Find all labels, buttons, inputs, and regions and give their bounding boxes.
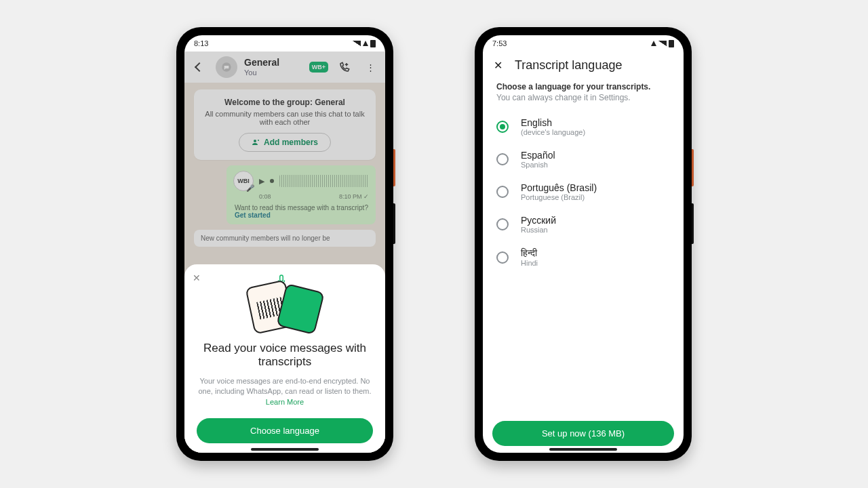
sheet-heading: Read your voice messages with transcript… [197,342,373,369]
language-option-portugues[interactable]: Português (Brasil) Portuguese (Brazil) [483,176,684,208]
status-time: 8:13 [194,39,208,47]
phone-left: 8:13 General You WB+ [176,27,393,461]
power-button [692,149,694,186]
wifi-icon [651,41,656,46]
setup-now-button[interactable]: Set up now (136 MB) [492,421,674,446]
sheet-body-text: Your voice messages are end-to-end encry… [199,377,372,395]
page-header: ✕ Transcript language [483,52,684,78]
radio-icon [496,251,509,264]
home-indicator[interactable] [549,448,617,451]
screen-left: 8:13 General You WB+ [184,35,385,453]
status-icons [651,40,674,47]
option-sublabel: Hindi [521,259,538,267]
chat-view: General You WB+ ⋮ Welcome to the group: … [184,52,385,453]
page-subtitle: Choose a language for your transcripts. … [483,78,684,110]
status-time: 7:53 [492,39,507,47]
option-label: Русский [521,215,556,226]
transcript-intro-sheet: ✕ Read your voice messages with transcri… [184,264,385,453]
option-label: हिन्दी [521,247,538,259]
option-sublabel: Portuguese (Brazil) [521,193,597,201]
status-bar: 8:13 [184,35,385,52]
signal-icon [658,41,667,46]
language-option-hindi[interactable]: हिन्दी Hindi [483,241,684,274]
language-option-espanol[interactable]: Español Spanish [483,143,684,176]
option-sublabel: (device's language) [521,128,585,136]
radio-icon [496,218,509,230]
home-indicator[interactable] [251,448,319,451]
screen-right: 7:53 ✕ Transcript language Choose a lang… [483,35,684,453]
battery-icon [370,40,376,47]
option-sublabel: Spanish [521,161,555,169]
sheet-body: Your voice messages are end-to-end encry… [197,376,373,407]
transcript-illustration [244,278,326,332]
status-bar: 7:53 [483,35,684,52]
choose-language-button[interactable]: Choose language [197,418,373,443]
phone-right: 7:53 ✕ Transcript language Choose a lang… [475,27,692,461]
subtitle-line2: You can always change it in Settings. [496,93,670,102]
volume-button [692,203,694,244]
radio-icon [496,186,509,198]
learn-more-link[interactable]: Learn More [266,398,304,406]
close-icon[interactable]: ✕ [494,59,502,72]
option-label: English [521,117,585,128]
power-button [393,149,395,186]
subtitle-line1: Choose a language for your transcripts. [496,82,670,92]
page-title: Transcript language [515,58,622,73]
language-option-russian[interactable]: Русский Russian [483,208,684,241]
option-label: Español [521,150,555,161]
status-icons [353,40,376,47]
language-options: English (device's language) Español Span… [483,110,684,274]
language-option-english[interactable]: English (device's language) [483,110,684,143]
battery-icon [669,40,674,47]
radio-icon [496,153,509,165]
radio-selected-icon [496,121,509,133]
signal-icon [353,41,361,46]
close-icon[interactable]: ✕ [193,272,201,283]
wifi-icon [363,41,368,46]
option-label: Português (Brasil) [521,182,597,193]
bottom-actions: Set up now (136 MB) [492,421,674,446]
volume-button [393,203,395,244]
option-sublabel: Russian [521,226,556,234]
